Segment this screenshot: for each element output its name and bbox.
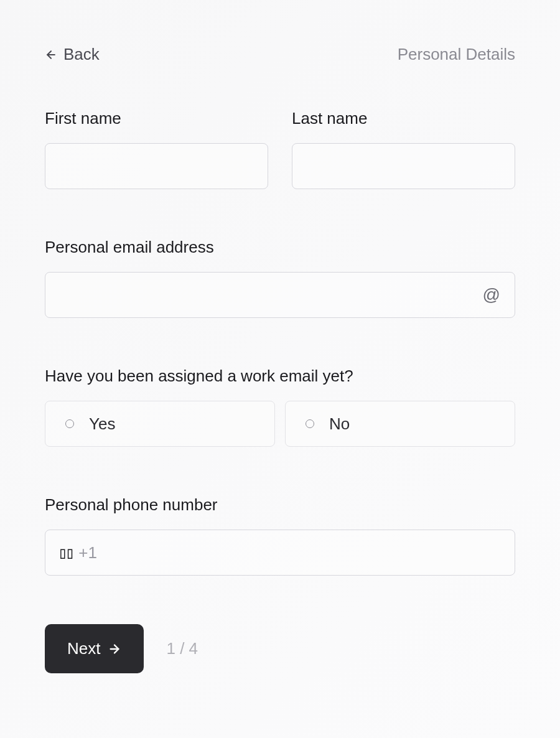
first-name-label: First name xyxy=(45,109,268,128)
page-title: Personal Details xyxy=(398,45,515,64)
radio-icon xyxy=(65,419,74,428)
phone-input[interactable] xyxy=(103,530,502,575)
work-email-no-option[interactable]: No xyxy=(285,401,515,447)
work-email-question-label: Have you been assigned a work email yet? xyxy=(45,367,515,386)
first-name-input[interactable] xyxy=(45,143,268,189)
phone-label: Personal phone number xyxy=(45,495,515,515)
arrow-right-icon xyxy=(108,642,121,656)
radio-icon xyxy=(306,419,314,428)
personal-email-input[interactable] xyxy=(45,272,515,318)
last-name-label: Last name xyxy=(292,109,515,128)
personal-email-label: Personal email address xyxy=(45,238,515,257)
back-label: Back xyxy=(63,45,100,64)
radio-no-label: No xyxy=(329,414,350,434)
radio-yes-label: Yes xyxy=(89,414,115,434)
phone-prefix: +1 xyxy=(78,543,97,563)
page-indicator: 1 / 4 xyxy=(166,639,198,658)
phone-input-wrapper[interactable]: ▯▯ +1 xyxy=(45,530,515,576)
work-email-yes-option[interactable]: Yes xyxy=(45,401,275,447)
next-label: Next xyxy=(67,639,100,658)
back-button[interactable]: Back xyxy=(45,45,100,64)
arrow-left-icon xyxy=(45,49,57,61)
next-button[interactable]: Next xyxy=(45,624,144,673)
last-name-input[interactable] xyxy=(292,143,515,189)
flag-icon: ▯▯ xyxy=(58,543,72,562)
